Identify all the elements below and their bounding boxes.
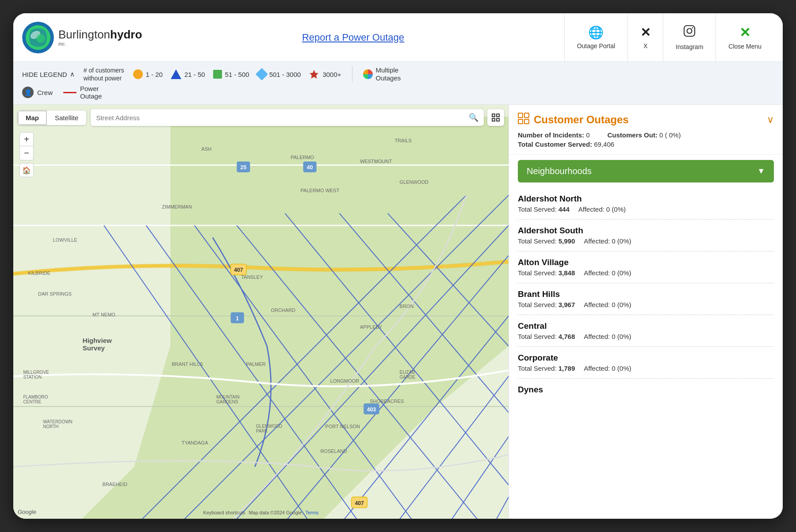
svg-text:407: 407 — [355, 500, 364, 506]
neighbourhood-item-central: Central Total Served: 4,768 Affected: 0 … — [518, 315, 774, 347]
red-star-icon — [309, 69, 319, 80]
map-search-input[interactable] — [91, 109, 463, 126]
affected: Affected: 0 (0%) — [584, 365, 631, 372]
neighbourhood-name: Aldershot North — [518, 194, 774, 204]
svg-rect-50 — [524, 119, 529, 124]
svg-point-6 — [692, 27, 693, 29]
affected: Affected: 0 (0%) — [584, 237, 631, 245]
app-frame: Burlingtonhydro inc. Report a Power Outa… — [13, 13, 783, 519]
svg-rect-48 — [524, 113, 529, 118]
nav-outage-portal[interactable]: 🌐 Outage Portal — [565, 13, 628, 61]
map-zoom-controls: + − — [19, 132, 34, 160]
map-terms-link[interactable]: Terms — [305, 510, 318, 515]
neighbourhood-item-alton-village: Alton Village Total Served: 3,848 Affect… — [518, 251, 774, 283]
map-search-bar: 🔍 — [91, 109, 484, 126]
map-fullscreen-button[interactable] — [487, 109, 504, 126]
total-served: Total Served: 5,990 — [518, 237, 575, 245]
svg-marker-7 — [310, 70, 318, 79]
svg-rect-44 — [497, 114, 499, 117]
legend-multiple: MultipleOutages — [363, 66, 401, 82]
neighbourhood-item-corporate: Corporate Total Served: 1,789 Affected: … — [518, 347, 774, 379]
report-outage-link[interactable]: Report a Power Outage — [302, 32, 404, 43]
legend-3000plus: 3000+ — [309, 69, 341, 80]
neighbourhood-stats: Total Served: 4,768 Affected: 0 (0%) — [518, 333, 774, 340]
zoom-in-button[interactable]: + — [19, 132, 34, 146]
svg-text:1: 1 — [236, 315, 239, 322]
legend-21-50: 21 - 50 — [171, 69, 205, 79]
nav-x[interactable]: ✕ X — [628, 13, 663, 61]
legend-21-50-label: 21 - 50 — [184, 71, 205, 78]
svg-point-5 — [687, 29, 692, 34]
outage-line-icon — [63, 92, 77, 93]
legend-501-3000: 501 - 3000 — [257, 70, 301, 79]
header-center: Report a Power Outage — [142, 32, 564, 43]
map-area: 25 40 1 403 407 407 18 ASH TRAILS PALERM… — [13, 105, 509, 519]
affected: Affected: 0 (0%) — [584, 333, 631, 340]
brand-name: Burlingtonhydro — [58, 28, 142, 41]
panel-title-text: Customer Outages — [534, 114, 629, 126]
multi-outage-icon — [363, 69, 373, 79]
svg-rect-46 — [497, 118, 499, 121]
panel-collapse-button[interactable]: ∨ — [767, 114, 774, 125]
svg-text:25: 25 — [241, 165, 247, 171]
right-panel: Customer Outages ∨ Number of Incidents: … — [509, 105, 783, 519]
svg-text:403: 403 — [367, 407, 376, 413]
total-served: Total Served: 4,768 — [518, 333, 575, 340]
brand-sub: inc. — [58, 41, 142, 46]
total-served: Total Served: 3,967 — [518, 301, 575, 308]
legend-bar: HIDE LEGEND ∧ # of customerswithout powe… — [13, 62, 783, 105]
nav-x-label: X — [643, 42, 647, 49]
neighbourhoods-button[interactable]: Neighbourhoods ▼ — [518, 160, 774, 182]
nav-close-label: Close Menu — [728, 43, 762, 50]
affected: Affected: 0 (0%) — [584, 269, 631, 277]
legend-1-20-label: 1 - 20 — [146, 71, 163, 78]
map-type-buttons: Map Satellite — [18, 110, 86, 125]
neighbourhoods-chevron-icon: ▼ — [757, 167, 765, 176]
total-served: Total Served: 1,789 — [518, 365, 575, 372]
neighbourhood-name: Alton Village — [518, 258, 774, 267]
legend-divider — [352, 66, 352, 82]
map-bottom-bar: Keyboard shortcuts Map data ©2024 Google… — [203, 510, 319, 515]
neighbourhood-item-brant-hills: Brant Hills Total Served: 3,967 Affected… — [518, 283, 774, 315]
legend-items: 1 - 20 21 - 50 51 - 500 501 - 3000 — [133, 66, 401, 82]
google-logo: Google — [18, 509, 36, 515]
svg-rect-49 — [518, 119, 523, 124]
panel-title-area: Customer Outages — [518, 113, 629, 127]
legend-51-500-label: 51 - 500 — [225, 71, 249, 78]
instagram-icon — [683, 24, 696, 41]
close-menu-icon: ✕ — [739, 25, 750, 40]
neighbourhood-stats: Total Served: 3,848 Affected: 0 (0%) — [518, 269, 774, 277]
blue-diamond-icon — [255, 68, 268, 80]
header: Burlingtonhydro inc. Report a Power Outa… — [13, 13, 783, 62]
map-type-satellite[interactable]: Satellite — [47, 110, 86, 125]
map-search-button[interactable]: 🔍 — [463, 109, 484, 126]
svg-rect-43 — [492, 114, 495, 117]
keyboard-shortcuts-label[interactable]: Keyboard shortcuts — [203, 510, 245, 515]
neighbourhood-list: Aldershot North Total Served: 444 Affect… — [509, 188, 783, 519]
neighbourhood-name: Dynes — [518, 385, 774, 395]
neighbourhood-stats: Total Served: 1,789 Affected: 0 (0%) — [518, 365, 774, 372]
zoom-out-button[interactable]: − — [19, 146, 34, 160]
crew-icon: 👤 — [22, 87, 34, 98]
legend-crew: 👤 Crew — [22, 87, 53, 98]
legend-power-outage: PowerOutage — [63, 85, 102, 100]
nav-outage-portal-label: Outage Portal — [577, 42, 615, 49]
panel-stats: Number of Incidents: 0 Customers Out: 0 … — [518, 131, 774, 148]
hide-legend-label: HIDE LEGEND — [22, 71, 67, 78]
chevron-up-icon: ∧ — [70, 70, 75, 78]
nav-instagram[interactable]: Instagram — [663, 13, 716, 61]
hide-legend-button[interactable]: HIDE LEGEND ∧ — [22, 70, 75, 78]
total-served: Total Served: 444 — [518, 205, 570, 213]
svg-text:40: 40 — [307, 165, 313, 171]
map-type-map[interactable]: Map — [18, 110, 47, 125]
nav-close-menu[interactable]: ✕ Close Menu — [716, 13, 774, 61]
blue-triangle-icon — [171, 69, 181, 79]
neighbourhood-name: Corporate — [518, 353, 774, 363]
panel-grid-icon — [518, 113, 529, 127]
svg-rect-45 — [492, 118, 495, 121]
map-home-button[interactable]: 🏠 — [19, 163, 34, 177]
customers-out-stat: Customers Out: 0 ( 0%) — [608, 131, 681, 139]
logo-area: Burlingtonhydro inc. — [22, 22, 142, 53]
x-social-icon: ✕ — [640, 25, 651, 40]
neighbourhoods-button-label: Neighbourhoods — [527, 166, 592, 176]
